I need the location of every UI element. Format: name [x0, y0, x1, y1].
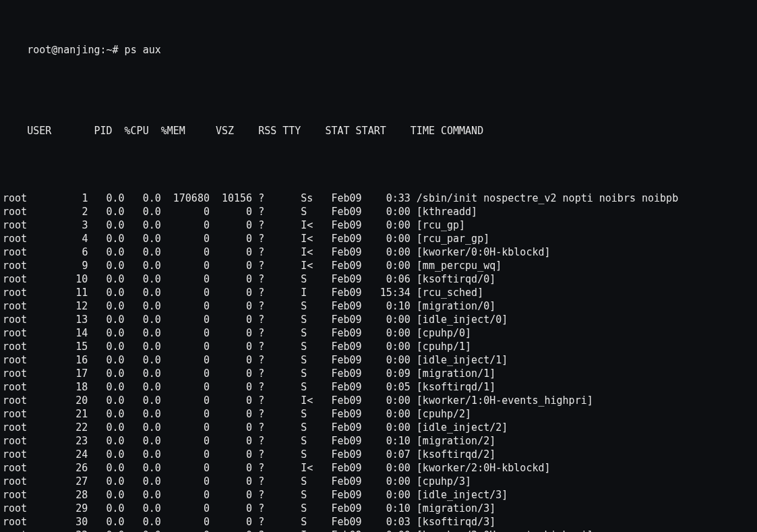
cell-rss: 0 [216, 272, 252, 286]
cell-time: 0:00 [374, 353, 411, 367]
cell-command: [rcu_gp] [417, 218, 465, 232]
cell-time: 0:00 [374, 232, 411, 245]
cell-rss: 0 [216, 313, 252, 326]
ps-header-row: USERPID %CPU %MEMVSZ RSS TTY STAT START … [3, 111, 753, 151]
cell-rss: 0 [216, 326, 252, 340]
col-header-vsz: VSZ [185, 124, 234, 138]
cell-tty: ? [258, 340, 264, 353]
cell-time: 0:33 [374, 191, 411, 205]
cell-pid: 18 [57, 380, 88, 394]
cell-cpu: 0.0 [94, 434, 124, 448]
ps-row: root4 0.0 0.00 0 ? I< Feb09 0:00 [rcu_pa… [3, 232, 753, 245]
ps-row: root9 0.0 0.00 0 ? I< Feb09 0:00 [mm_per… [3, 259, 753, 272]
cell-stat: S [301, 299, 325, 313]
ps-row: root22 0.0 0.00 0 ? S Feb09 0:00 [idle_i… [3, 421, 753, 434]
cell-tty: ? [258, 205, 264, 218]
ps-row: root26 0.0 0.00 0 ? I< Feb09 0:00 [kwork… [3, 461, 753, 475]
cell-vsz: 0 [161, 434, 210, 448]
cell-command: [ksoftirqd/1] [417, 380, 495, 394]
col-header-time: TIME [398, 124, 435, 138]
cell-start: Feb09 [331, 232, 367, 245]
ps-row: root21 0.0 0.00 0 ? S Feb09 0:00 [cpuhp/… [3, 407, 753, 421]
cell-pid: 12 [57, 299, 88, 313]
cell-command: [rcu_par_gp] [417, 232, 489, 245]
cell-mem: 0.0 [131, 286, 161, 299]
cell-vsz: 0 [161, 407, 210, 421]
cell-tty: ? [258, 461, 264, 475]
cell-rss: 0 [216, 421, 252, 434]
cell-command: [rcu_sched] [417, 286, 483, 299]
ps-row: root16 0.0 0.00 0 ? S Feb09 0:00 [idle_i… [3, 353, 753, 367]
cell-rss: 0 [216, 488, 252, 502]
cell-start: Feb09 [331, 299, 367, 313]
cell-stat: S [301, 515, 325, 529]
ps-row: root30 0.0 0.00 0 ? S Feb09 0:03 [ksofti… [3, 515, 753, 529]
cell-time: 0:10 [374, 434, 411, 448]
cell-start: Feb09 [331, 286, 367, 299]
ps-row: root11 0.0 0.00 0 ? I Feb09 15:34 [rcu_s… [3, 286, 753, 299]
cell-command: [cpuhp/1] [417, 340, 471, 353]
cell-user: root [3, 421, 57, 434]
cell-user: root [3, 286, 57, 299]
cell-stat: S [301, 380, 325, 394]
cell-tty: ? [258, 502, 264, 515]
cell-cpu: 0.0 [94, 272, 124, 286]
cell-user: root [3, 515, 57, 529]
cell-mem: 0.0 [131, 191, 161, 205]
cell-start: Feb09 [331, 272, 367, 286]
col-header-cpu: %CPU [119, 124, 149, 138]
cell-rss: 0 [216, 461, 252, 475]
terminal-window[interactable]: root@nanjing:~# ps aux USERPID %CPU %MEM… [0, 0, 757, 532]
cell-rss: 0 [216, 299, 252, 313]
cell-command: [ksoftirqd/0] [417, 272, 495, 286]
cell-command: [kworker/0:0H-kblockd] [417, 245, 551, 259]
cell-pid: 15 [57, 340, 88, 353]
cell-command: [migration/1] [417, 367, 495, 380]
cell-start: Feb09 [331, 488, 367, 502]
cell-mem: 0.0 [131, 461, 161, 475]
cell-mem: 0.0 [131, 380, 161, 394]
cell-time: 0:09 [374, 367, 411, 380]
cell-mem: 0.0 [131, 421, 161, 434]
cell-pid: 26 [57, 461, 88, 475]
cell-pid: 32 [57, 529, 88, 532]
ps-row: root23 0.0 0.00 0 ? S Feb09 0:10 [migrat… [3, 434, 753, 448]
cell-start: Feb09 [331, 461, 367, 475]
cell-cpu: 0.0 [94, 529, 124, 532]
cell-start: Feb09 [331, 502, 367, 515]
cell-pid: 29 [57, 502, 88, 515]
cell-start: Feb09 [331, 407, 367, 421]
cell-user: root [3, 232, 57, 245]
cell-pid: 23 [57, 434, 88, 448]
cell-user: root [3, 394, 57, 407]
cell-user: root [3, 272, 57, 286]
cell-rss: 0 [216, 232, 252, 245]
cell-user: root [3, 191, 57, 205]
cell-pid: 11 [57, 286, 88, 299]
cell-time: 0:03 [374, 515, 411, 529]
cell-rss: 0 [216, 340, 252, 353]
cell-user: root [3, 529, 57, 532]
cell-command: [migration/3] [417, 502, 495, 515]
cell-vsz: 170680 [161, 191, 210, 205]
cell-rss: 0 [216, 475, 252, 488]
cell-rss: 0 [216, 502, 252, 515]
col-header-user: USER [27, 124, 82, 138]
cell-mem: 0.0 [131, 515, 161, 529]
cell-vsz: 0 [161, 205, 210, 218]
cell-user: root [3, 434, 57, 448]
cell-rss: 0 [216, 407, 252, 421]
cell-vsz: 0 [161, 515, 210, 529]
cell-command: [migration/2] [417, 434, 495, 448]
cell-mem: 0.0 [131, 313, 161, 326]
cell-command: [kthreadd] [417, 205, 477, 218]
cell-cpu: 0.0 [94, 232, 124, 245]
cell-pid: 27 [57, 475, 88, 488]
cell-tty: ? [258, 367, 264, 380]
cell-stat: S [301, 448, 325, 461]
cell-time: 0:00 [374, 488, 411, 502]
cell-vsz: 0 [161, 299, 210, 313]
cell-tty: ? [258, 380, 264, 394]
cell-user: root [3, 367, 57, 380]
col-header-tty: TTY [282, 124, 301, 138]
